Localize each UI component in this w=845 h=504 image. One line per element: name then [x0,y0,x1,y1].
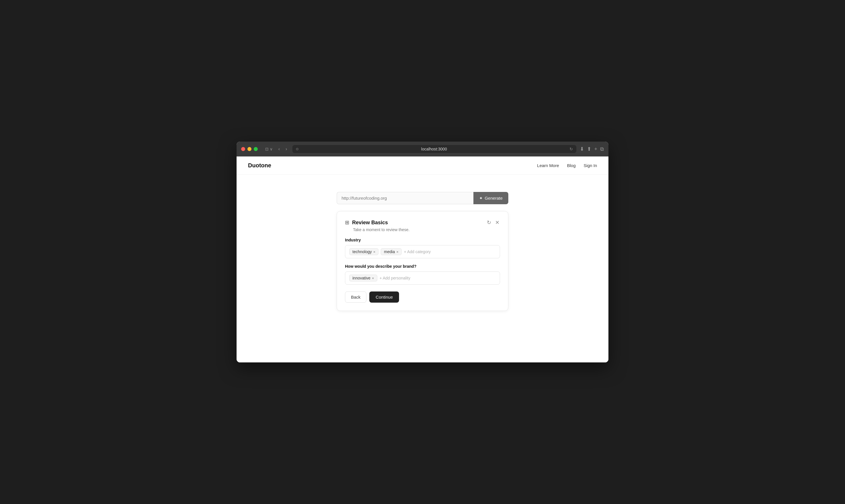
security-icon: ⊙ [296,147,299,151]
add-personality-button[interactable]: + Add personality [380,276,411,280]
brand-label: How would you describe your brand? [345,264,500,269]
share-icon[interactable]: ⬆ [587,146,591,152]
card-title: Review Basics [352,220,388,226]
forward-button[interactable]: › [284,146,289,152]
industry-tags-input[interactable]: technology × media × + Add category [345,245,500,258]
generate-button[interactable]: ✦ Generate [473,192,508,204]
sidebar-toggle-button[interactable]: ⊡ ∨ [264,146,274,152]
add-category-button[interactable]: + Add category [404,249,431,254]
browser-window: ⊡ ∨ ‹ › ⊙ localhost:3000 ↻ ⬇ ⬆ + ⧉ Duoto… [237,142,608,362]
industry-label: Industry [345,238,500,242]
main-content: ✦ Generate ⊞ Review Basics ↻ ✕ Take a mo… [237,175,608,322]
blog-link[interactable]: Blog [567,163,576,168]
card-icon: ⊞ [345,219,349,226]
address-bar[interactable]: ⊙ localhost:3000 ↻ [292,145,577,153]
brand-section: How would you describe your brand? innov… [345,264,500,285]
back-button[interactable]: Back [345,291,366,303]
browser-controls: ⊡ ∨ ‹ › [264,146,289,152]
generate-label: Generate [485,196,503,200]
tag-label: technology [353,249,372,254]
app-content: Duotone Learn More Blog Sign In ✦ Genera… [237,157,608,362]
brand-logo: Duotone [248,162,271,169]
tag-label: innovative [353,276,371,280]
card-footer: Back Continue [345,291,500,303]
new-tab-icon[interactable]: + [594,146,597,152]
tag-label: media [384,249,395,254]
traffic-light-red[interactable] [241,147,245,151]
continue-button[interactable]: Continue [369,291,399,303]
card-title-row: ⊞ Review Basics [345,219,388,226]
close-card-button[interactable]: ✕ [495,219,500,226]
generate-icon: ✦ [479,196,483,201]
sign-in-link[interactable]: Sign In [583,163,597,168]
industry-tag-technology: technology × [349,248,378,255]
browser-chrome: ⊡ ∨ ‹ › ⊙ localhost:3000 ↻ ⬇ ⬆ + ⧉ [237,142,608,157]
brand-tags-input[interactable]: innovative × + Add personality [345,271,500,285]
industry-tag-media: media × [381,248,402,255]
url-input[interactable] [337,192,473,204]
navbar-links: Learn More Blog Sign In [537,163,597,168]
card-actions: ↻ ✕ [486,219,500,226]
brand-tag-innovative: innovative × [349,275,377,282]
traffic-light-yellow[interactable] [248,147,251,151]
remove-technology-tag[interactable]: × [373,250,376,254]
review-card: ⊞ Review Basics ↻ ✕ Take a moment to rev… [337,211,508,311]
traffic-lights [241,147,258,151]
industry-section: Industry technology × media × + Add cate… [345,238,500,258]
tabs-icon[interactable]: ⧉ [600,146,604,152]
back-button[interactable]: ‹ [276,146,282,152]
traffic-light-green[interactable] [254,147,258,151]
browser-right-controls: ⬇ ⬆ + ⧉ [580,146,604,152]
remove-innovative-tag[interactable]: × [372,276,374,280]
navbar: Duotone Learn More Blog Sign In [237,157,608,175]
refresh-icon[interactable]: ↻ [570,147,573,151]
url-input-row: ✦ Generate [337,192,508,204]
refresh-card-button[interactable]: ↻ [486,219,492,226]
learn-more-link[interactable]: Learn More [537,163,559,168]
address-text: localhost:3000 [301,147,568,151]
download-icon[interactable]: ⬇ [580,146,584,152]
card-header: ⊞ Review Basics ↻ ✕ [345,219,500,226]
remove-media-tag[interactable]: × [396,250,398,254]
card-subtitle: Take a moment to review these. [353,228,500,232]
